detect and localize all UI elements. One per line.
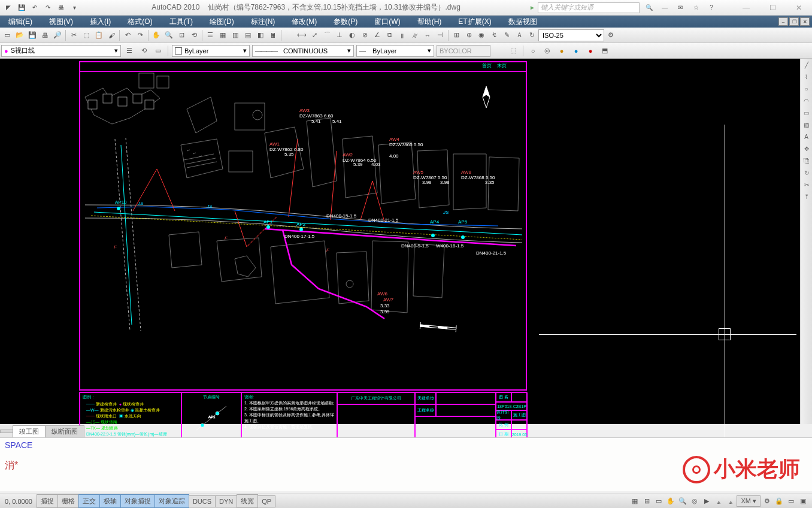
menu-et[interactable]: ET扩展(X) [450,17,499,27]
match-icon[interactable]: 🖌 [105,29,117,41]
zoom-sb-icon[interactable]: 🔍 [677,496,688,507]
maximize-button[interactable]: ☐ [759,1,786,15]
paste-icon[interactable]: 📋 [93,29,105,41]
circle-tool-icon[interactable]: ○ [801,84,812,95]
menu-insert[interactable]: 插入(I) [81,17,119,27]
save-icon[interactable]: 💾 [16,2,28,14]
pline-icon[interactable]: ⌇ [801,72,812,83]
qat-more-icon[interactable]: ▾ [68,2,80,14]
redo-icon[interactable]: ↷ [134,29,146,41]
coords-display[interactable]: 0, 0.0000 [0,498,37,505]
cut-icon[interactable]: ✂ [68,29,80,41]
polar-toggle[interactable]: 极轴 [99,494,121,508]
menu-modify[interactable]: 修改(M) [283,17,325,27]
menu-tools[interactable]: 工具(T) [161,17,201,27]
preview-icon[interactable]: 🔎 [51,29,63,41]
dim-aligned-icon[interactable]: ⤢ [308,29,320,41]
menu-edit[interactable]: 编辑(E) [0,17,41,27]
redo-icon[interactable]: ↷ [42,2,54,14]
doc-minimize-button[interactable]: – [778,17,788,26]
markup-icon[interactable]: ◧ [254,29,266,41]
rect-tool-icon[interactable]: ▭ [801,108,812,119]
qv-dwg-icon[interactable]: ▭ [653,496,664,507]
dimstyle-select[interactable]: ISO-25 [538,29,604,41]
drawing-canvas[interactable]: 首页 末页 [0,59,800,424]
model-paper-icon[interactable]: ▦ [629,496,640,507]
star-icon[interactable]: ☆ [690,2,702,14]
lock-icon[interactable]: 🔒 [774,496,784,507]
dim-radius-icon[interactable]: ◐ [346,29,358,41]
key-icon[interactable]: — [659,2,671,14]
ws-icon[interactable]: ⚙ [762,496,772,507]
menu-view[interactable]: 视图(V) [41,17,81,27]
tool-palette-icon[interactable]: ▥ [229,29,241,41]
menu-format[interactable]: 格式(O) [119,17,160,27]
ducs-toggle[interactable]: DUCS [189,495,216,507]
new-icon[interactable]: ▭ [1,29,13,41]
layer-state-icon[interactable]: ▭ [152,45,164,57]
menu-draw[interactable]: 绘图(D) [201,17,243,27]
arc-tool-icon[interactable]: ◠ [801,96,812,107]
hatch-icon[interactable]: ▨ [801,120,812,131]
comm-icon[interactable]: ✉ [674,2,686,14]
layer-select[interactable]: ●S视口线▾ [1,45,121,57]
dim-ordinate-icon[interactable]: ⊥ [334,29,346,41]
move-icon[interactable]: ✥ [801,144,812,155]
save-icon[interactable]: 💾 [26,29,38,41]
pan-sb-icon[interactable]: ✋ [665,496,676,507]
close-button[interactable]: ✕ [786,1,812,15]
center-mark-icon[interactable]: ⊕ [463,29,475,41]
dim-tedit-icon[interactable]: Ａ [513,29,525,41]
layer-mgr-icon[interactable]: ☰ [123,45,135,57]
zoom-rt-icon[interactable]: 🔍 [163,29,175,41]
app-menu-icon[interactable]: ◤ [2,2,14,14]
dc-icon[interactable]: ▦ [217,29,229,41]
text-icon[interactable]: A [801,132,812,143]
insert-block-icon[interactable]: ⬚ [507,45,519,57]
dim-linear-icon[interactable]: ⟷ [296,29,308,41]
layer-prev-icon[interactable]: ⟲ [138,45,150,57]
dimstyle-mgr-icon[interactable]: ⚙ [605,29,617,41]
dim-baseline-icon[interactable]: ⫼ [396,29,408,41]
dyn-toggle[interactable]: DYN [215,495,237,507]
linetype-select[interactable]: ———— CONTINUOUS▾ [252,45,354,57]
annovis-icon[interactable]: ⟁ [725,496,736,507]
sheet-set-icon[interactable]: ▤ [242,29,254,41]
dim-continue-icon[interactable]: ⫻ [409,29,421,41]
zoom-win-icon[interactable]: ⊡ [175,29,187,41]
extend-icon[interactable]: ⤒ [801,192,812,202]
properties-icon[interactable]: ☰ [204,29,216,41]
doc-restore-button[interactable]: ❐ [789,17,799,26]
jog-icon[interactable]: ↯ [488,29,500,41]
tolerance-icon[interactable]: ⊞ [450,29,462,41]
tab-layout1[interactable]: 竣工图 [13,425,46,438]
lineweight-select[interactable]: — ByLayer▾ [356,45,434,57]
binoculars-icon[interactable]: 🔍 [643,2,655,14]
annoscale-icon[interactable]: ⟁ [713,496,724,507]
dim-quick-icon[interactable]: ⧉ [384,29,396,41]
qp-toggle[interactable]: QP [257,495,275,507]
dim-edit-icon[interactable]: ✎ [501,29,513,41]
menu-help[interactable]: 帮助(H) [409,17,450,27]
hw-icon[interactable]: ▭ [786,496,796,507]
undo-icon[interactable]: ↶ [29,2,41,14]
annoscale-select[interactable]: XM ▾ [737,495,761,507]
doc-close-button[interactable]: ✕ [800,17,810,26]
tab-layout2[interactable]: 纵断面图 [45,425,84,438]
copy-tool-icon[interactable]: ⿻ [801,156,812,167]
tab-model[interactable] [0,430,13,433]
snap-toggle[interactable]: 捕捉 [37,494,58,508]
menu-parametric[interactable]: 参数(P) [325,17,366,27]
wheel-icon[interactable]: ◎ [689,496,700,507]
print-icon[interactable]: 🖶 [55,2,67,14]
showmotion-icon[interactable]: ▶ [701,496,712,507]
circle2-icon[interactable]: ◎ [541,45,553,57]
search-play-icon[interactable]: ► [529,4,535,11]
undo-icon[interactable]: ↶ [122,29,134,41]
lwt-toggle[interactable]: 线宽 [237,494,258,508]
copy-icon[interactable]: ⬚ [80,29,92,41]
line-icon[interactable]: ╱ [801,60,812,71]
xref-icon[interactable]: ⬒ [599,45,611,57]
clean-icon[interactable]: ▣ [798,496,808,507]
calc-icon[interactable]: 🖩 [267,29,279,41]
